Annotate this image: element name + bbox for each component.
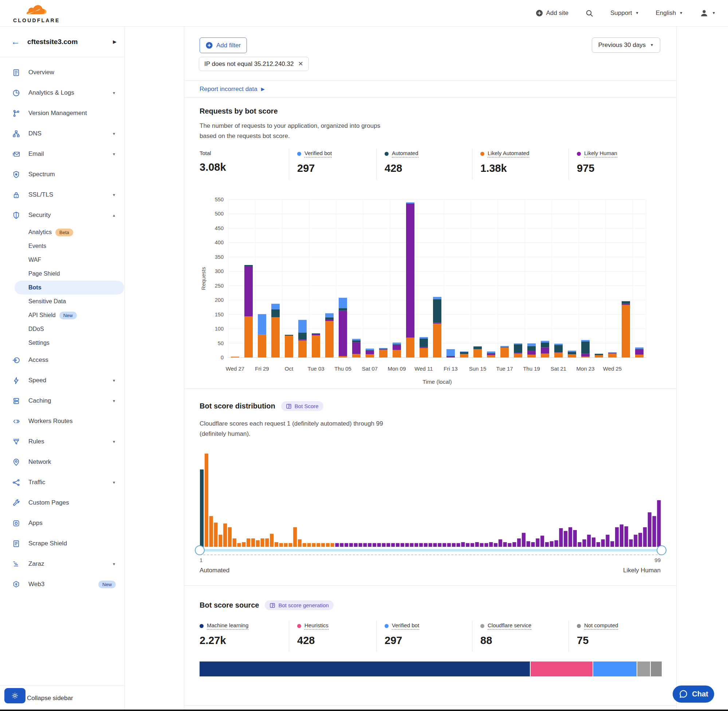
- bar-segment-automated[interactable]: [568, 352, 576, 354]
- stat-label-row[interactable]: Heuristics: [297, 622, 328, 630]
- histogram-bar[interactable]: [363, 543, 367, 547]
- histogram-bar[interactable]: [288, 543, 292, 547]
- stat-label-row[interactable]: Likely Human: [577, 150, 617, 158]
- histogram-bar[interactable]: [573, 530, 577, 547]
- add-site-button[interactable]: Add site: [536, 9, 569, 17]
- histogram-bar[interactable]: [419, 543, 423, 547]
- histogram-bar[interactable]: [410, 543, 413, 547]
- bar-segment-automated[interactable]: [622, 301, 630, 304]
- histogram-bar[interactable]: [372, 543, 376, 547]
- bar-segment-automated[interactable]: [554, 345, 563, 352]
- bar-segment-automated[interactable]: [487, 353, 495, 354]
- bar-segment-verified-bot[interactable]: [271, 304, 280, 309]
- score-slider-track[interactable]: [199, 549, 662, 552]
- histogram-bar[interactable]: [512, 542, 516, 547]
- bar-segment-likely-automated[interactable]: [244, 316, 253, 357]
- histogram-bar[interactable]: [648, 512, 651, 547]
- bar-segment-likely-human[interactable]: [339, 311, 347, 356]
- sidebar-subitem-waf[interactable]: WAF: [0, 253, 124, 267]
- bar-segment-likely-human[interactable]: [312, 334, 320, 335]
- histogram-bar[interactable]: [527, 541, 530, 547]
- bar-segment-automated[interactable]: [339, 308, 347, 311]
- bar-segment-likely-human[interactable]: [244, 267, 253, 316]
- bar-segment-verified-bot[interactable]: [406, 202, 415, 204]
- sidebar-item-zaraz[interactable]: Zaraz▼: [0, 554, 124, 574]
- bar-segment-verified-bot[interactable]: [541, 341, 549, 342]
- sidebar-item-dns[interactable]: DNS▼: [0, 123, 124, 144]
- sidebar-subitem-api-shield[interactable]: API ShieldNew: [0, 308, 124, 322]
- histogram-bar[interactable]: [452, 543, 456, 547]
- bar-segment-automated[interactable]: [635, 349, 644, 350]
- bar-segment-verified-bot[interactable]: [473, 346, 482, 347]
- histogram-bar[interactable]: [368, 543, 371, 547]
- time-range-select[interactable]: Previous 30 days ▼: [592, 37, 660, 53]
- histogram-bar[interactable]: [223, 524, 227, 547]
- bar-segment-likely-automated[interactable]: [622, 305, 630, 357]
- bar-segment-automated[interactable]: [244, 265, 253, 267]
- bar-segment-likely-automated[interactable]: [298, 341, 307, 357]
- bar-segment-likely-automated[interactable]: [406, 338, 415, 357]
- source-segment-verified-bot[interactable]: [593, 661, 636, 676]
- sidebar-subitem-page-shield[interactable]: Page Shield: [0, 267, 124, 281]
- source-segment-not-computed[interactable]: [651, 661, 662, 676]
- histogram-bar[interactable]: [316, 543, 320, 547]
- bar-segment-automated[interactable]: [527, 346, 536, 351]
- bar-segment-likely-automated[interactable]: [554, 353, 563, 357]
- bar-segment-automated[interactable]: [433, 299, 442, 323]
- bar-segment-automated[interactable]: [366, 350, 374, 351]
- histogram-bar[interactable]: [340, 543, 343, 547]
- stat-label-row[interactable]: Machine learning: [199, 622, 248, 630]
- bar-segment-likely-human[interactable]: [514, 353, 522, 354]
- histogram-bar[interactable]: [554, 540, 558, 547]
- bar-segment-automated[interactable]: [460, 352, 468, 354]
- slider-handle-max[interactable]: [657, 545, 666, 555]
- histogram-bar[interactable]: [447, 543, 451, 547]
- bar-segment-verified-bot[interactable]: [339, 298, 347, 308]
- settings-gear-button[interactable]: [4, 688, 25, 704]
- bar-segment-verified-bot[interactable]: [487, 351, 495, 353]
- histogram-bar[interactable]: [261, 538, 264, 547]
- histogram-bar[interactable]: [214, 522, 217, 547]
- sidebar-item-apps[interactable]: Apps: [0, 513, 124, 533]
- histogram-bar[interactable]: [484, 543, 488, 547]
- source-segment-machine-learning[interactable]: [199, 661, 530, 676]
- bar-segment-likely-automated[interactable]: [325, 321, 334, 357]
- search-button[interactable]: [585, 9, 594, 18]
- histogram-bar[interactable]: [597, 542, 600, 547]
- bar-segment-likely-automated[interactable]: [501, 347, 509, 357]
- histogram-bar[interactable]: [582, 540, 586, 547]
- bar-segment-likely-automated[interactable]: [635, 355, 644, 357]
- bar-segment-likely-automated[interactable]: [339, 356, 347, 357]
- bar-segment-verified-bot[interactable]: [527, 343, 536, 346]
- histogram-bar[interactable]: [577, 542, 581, 547]
- bar-segment-likely-human[interactable]: [298, 339, 307, 341]
- bot-score-generation-pill[interactable]: Bot score generation: [265, 600, 333, 610]
- histogram-bar[interactable]: [307, 543, 311, 547]
- bar-segment-likely-automated[interactable]: [393, 350, 401, 357]
- bar-segment-likely-automated[interactable]: [595, 356, 603, 357]
- bar-segment-verified-bot[interactable]: [460, 351, 468, 352]
- histogram-bar[interactable]: [620, 525, 623, 547]
- stat-label-row[interactable]: Cloudflare service: [480, 622, 532, 630]
- histogram-bar[interactable]: [657, 500, 661, 547]
- bar-segment-verified-bot[interactable]: [298, 320, 307, 333]
- sidebar-item-speed[interactable]: Speed▼: [0, 370, 124, 391]
- close-icon[interactable]: ✕: [298, 61, 303, 67]
- sidebar-subitem-sensitive-data[interactable]: Sensitive Data: [0, 295, 124, 308]
- stat-label-row[interactable]: Likely Automated: [480, 150, 529, 158]
- source-segment-heuristics[interactable]: [531, 661, 593, 676]
- histogram-bar[interactable]: [545, 542, 549, 547]
- histogram-bar[interactable]: [405, 543, 409, 547]
- histogram-bar[interactable]: [587, 535, 591, 547]
- support-menu[interactable]: Support ▼: [610, 9, 639, 17]
- chat-button[interactable]: Chat: [673, 686, 714, 703]
- bar-segment-likely-human[interactable]: [622, 304, 630, 305]
- bar-segment-likely-human[interactable]: [635, 350, 644, 355]
- bar-segment-likely-automated[interactable]: [473, 349, 482, 357]
- histogram-bar[interactable]: [242, 542, 245, 547]
- bar-segment-likely-automated[interactable]: [581, 357, 590, 357]
- bar-segment-automated[interactable]: [473, 347, 482, 349]
- bar-segment-likely-automated[interactable]: [527, 355, 536, 357]
- histogram-bar[interactable]: [536, 538, 539, 547]
- stat-label-row[interactable]: Not computed: [577, 622, 618, 630]
